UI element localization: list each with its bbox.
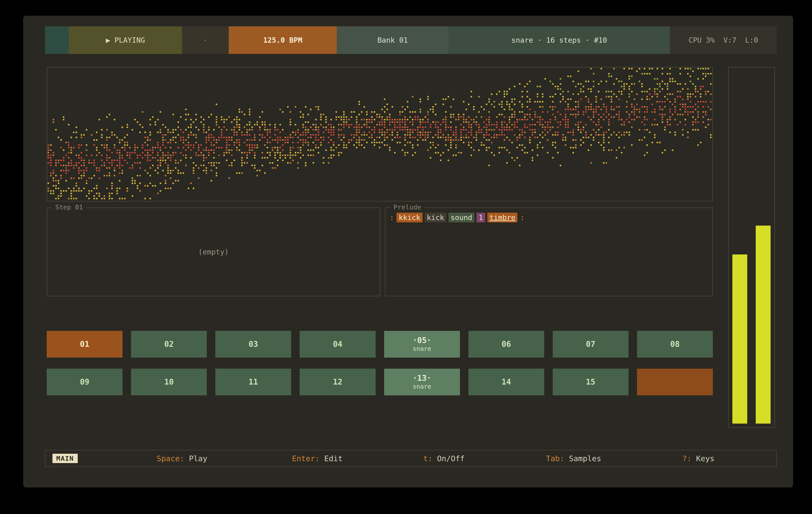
step-label: 07 xyxy=(586,340,596,349)
shortcut-desc: Samples xyxy=(564,454,601,463)
topbar-separator: · xyxy=(182,26,229,54)
prelude-token-1[interactable]: kkick xyxy=(397,213,422,222)
bank-display[interactable]: Bank 01 xyxy=(337,26,448,54)
bottom-status-bar: MAIN Space: PlayEnter: Editt: On/OffTab:… xyxy=(45,450,777,467)
step-button-02[interactable]: 02 xyxy=(131,331,207,358)
shortcut-key: ?: xyxy=(682,454,691,463)
step-label: 01 xyxy=(80,340,89,349)
shortcut-desc: Edit xyxy=(320,454,343,463)
step-label: 15 xyxy=(586,377,596,387)
step-sub-label: snare xyxy=(413,345,431,353)
mode-badge: MAIN xyxy=(53,454,78,463)
step-button-16[interactable] xyxy=(637,369,713,395)
step-button-14[interactable]: 14 xyxy=(468,369,544,395)
step-button-03[interactable]: 03 xyxy=(215,331,291,358)
step-button-09[interactable]: 09 xyxy=(47,369,122,395)
step-detail-panel: Step 01 (empty) xyxy=(47,208,380,296)
prelude-token-0[interactable]: : xyxy=(389,213,394,222)
prelude-token-4[interactable]: 1 xyxy=(476,213,485,222)
step-label: 08 xyxy=(670,340,680,349)
shortcut-key: Tab: xyxy=(546,454,564,463)
prelude-token-6[interactable]: : xyxy=(520,213,525,222)
track-info-label: snare · 16 steps · #10 xyxy=(511,36,607,44)
level-meter-left xyxy=(732,254,747,424)
shortcut-key: t: xyxy=(423,454,432,463)
step-button-12[interactable]: 12 xyxy=(300,369,375,395)
step-grid: 01020304·05·snare060708 09101112·13·snar… xyxy=(47,331,713,395)
shortcut-hint-1: Enter: Edit xyxy=(292,454,343,463)
shortcut-hint-2: t: On/Off xyxy=(423,454,465,463)
step-button-08[interactable]: 08 xyxy=(637,331,713,358)
step-label: 11 xyxy=(249,377,258,387)
pattern-visualizer-panel xyxy=(47,67,713,202)
prelude-title: Prelude xyxy=(390,203,424,211)
level-meter-right xyxy=(756,225,771,424)
prelude-code-line[interactable]: :kkickkicksound1timbre: xyxy=(389,213,525,222)
cpu-stats-label: CPU 3% V:7 L:0 xyxy=(689,36,758,44)
prelude-token-2[interactable]: kick xyxy=(425,213,446,222)
step-label: 02 xyxy=(164,340,174,349)
step-label: 10 xyxy=(164,377,174,387)
shortcut-desc: Keys xyxy=(691,454,714,463)
screen: ▶ PLAYING · 125.0 BPM Bank 01 snare · 16… xyxy=(0,0,812,514)
step-button-11[interactable]: 11 xyxy=(215,369,291,395)
topbar-separator-glyph: · xyxy=(203,36,207,44)
shortcut-key: Enter: xyxy=(292,454,320,463)
step-grid-row-2: 09101112·13·snare1415 xyxy=(47,369,713,395)
step-label: 04 xyxy=(333,340,343,349)
step-sub-label: snare xyxy=(413,383,431,390)
shortcut-hint-4: ?: Keys xyxy=(682,454,715,463)
shortcut-desc: On/Off xyxy=(432,454,465,463)
step-button-15[interactable]: 15 xyxy=(553,369,629,395)
transport-status[interactable]: ▶ PLAYING xyxy=(69,26,182,54)
step-empty-text: (empty) xyxy=(47,208,380,296)
step-button-01[interactable]: 01 xyxy=(47,331,122,358)
shortcut-hint-3: Tab: Samples xyxy=(546,454,601,463)
step-label: ·05· xyxy=(413,336,432,345)
step-grid-row-1: 01020304·05·snare060708 xyxy=(47,331,713,358)
bpm-display[interactable]: 125.0 BPM xyxy=(229,26,337,54)
level-meter-panel xyxy=(728,67,775,428)
step-button-13[interactable]: ·13·snare xyxy=(384,369,460,395)
shortcut-desc: Play xyxy=(184,454,207,463)
step-button-10[interactable]: 10 xyxy=(131,369,207,395)
prelude-panel[interactable]: Prelude :kkickkicksound1timbre: xyxy=(385,208,713,296)
prelude-token-3[interactable]: sound xyxy=(448,213,474,222)
pattern-visualizer-canvas xyxy=(47,67,713,201)
transport-status-label: ▶ PLAYING xyxy=(106,36,145,44)
app-window: ▶ PLAYING · 125.0 BPM Bank 01 snare · 16… xyxy=(23,16,793,487)
prelude-token-5[interactable]: timbre xyxy=(487,213,518,222)
step-label: 06 xyxy=(501,340,511,349)
shortcut-hint-0: Space: Play xyxy=(157,454,207,463)
step-label: 09 xyxy=(80,377,89,387)
accent-block xyxy=(45,26,69,54)
track-info: snare · 16 steps · #10 xyxy=(448,26,670,54)
step-button-04[interactable]: 04 xyxy=(300,331,375,358)
shortcut-key: Space: xyxy=(157,454,184,463)
step-button-05[interactable]: ·05·snare xyxy=(384,331,460,358)
step-label: ·13· xyxy=(413,374,432,383)
bank-label: Bank 01 xyxy=(377,36,408,44)
step-label: 14 xyxy=(501,377,511,387)
step-label: 12 xyxy=(333,377,343,387)
cpu-stats: CPU 3% V:7 L:0 xyxy=(670,26,777,54)
step-button-06[interactable]: 06 xyxy=(468,331,544,358)
step-label: 03 xyxy=(249,340,258,349)
step-button-07[interactable]: 07 xyxy=(553,331,629,358)
top-status-bar: ▶ PLAYING · 125.0 BPM Bank 01 snare · 16… xyxy=(45,26,777,54)
bpm-value: 125.0 BPM xyxy=(263,36,302,44)
